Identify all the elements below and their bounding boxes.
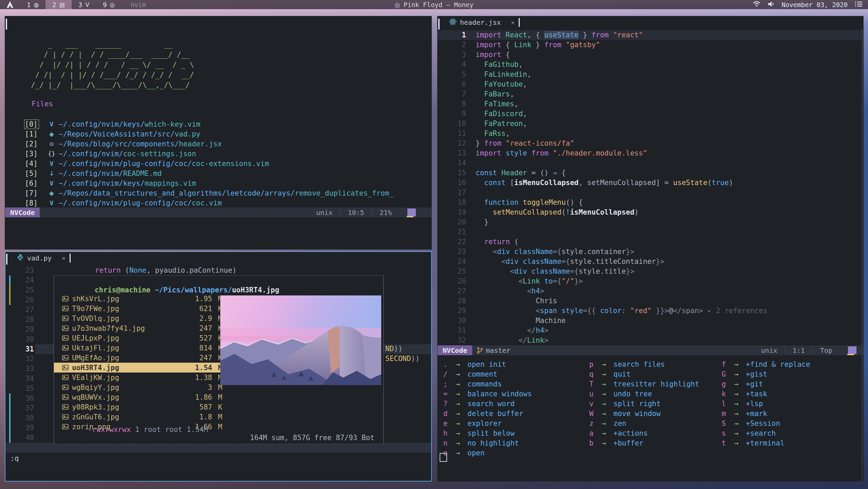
- fm-file-row[interactable]: y08Rpk3.jpg 587 K: [54, 402, 222, 412]
- whichkey-item[interactable]: W → move window: [586, 409, 699, 418]
- whichkey-item[interactable]: S → +Session: [719, 418, 810, 428]
- command-line-cursor[interactable]: [440, 453, 447, 462]
- fm-file-row[interactable]: uoH3RT4.jpg 1.54 M: [54, 363, 222, 373]
- workspace-button[interactable]: 9 ◎: [96, 0, 122, 9]
- whichkey-item[interactable]: a → +actions: [586, 428, 699, 438]
- code-line[interactable]: 31 </h4>: [438, 326, 863, 336]
- startify-entry[interactable]: [0] V ~/.config/nvim/keys/ which-key.vim: [5, 119, 431, 129]
- code-line[interactable]: 21: [438, 227, 863, 237]
- menu-icon[interactable]: [854, 1, 863, 9]
- whichkey-item[interactable]: u → undo tree: [586, 389, 699, 399]
- code-line[interactable]: 7 FaBars,: [438, 89, 863, 99]
- scrollbar[interactable]: [862, 29, 863, 481]
- whichkey-item[interactable]: d → delete buffer: [440, 409, 532, 418]
- fm-directory: ~/Pics/wallpapers/: [155, 286, 232, 294]
- startify-entry[interactable]: [6] V ~/.config/nvim/keys/ mappings.vim: [5, 178, 431, 188]
- code-line[interactable]: 18 function toggleMenu() {: [438, 198, 863, 207]
- code-line[interactable]: 26 <Link to={"/"}>: [438, 276, 863, 286]
- code-line[interactable]: 28 Chris: [438, 296, 863, 306]
- code-line[interactable]: 32 </Link>: [438, 336, 863, 345]
- whichkey-item[interactable]: e → explorer: [440, 418, 532, 428]
- whichkey-item[interactable]: / → comment: [440, 369, 532, 379]
- code-line[interactable]: 11 FaRss,: [438, 129, 863, 139]
- tab-label[interactable]: vad.py: [27, 254, 52, 262]
- code-line[interactable]: 17: [438, 188, 863, 198]
- startify-entry[interactable]: [2] ⊛ ~/Repos/blog/src/components/ heade…: [5, 139, 431, 149]
- fm-file-row[interactable]: T9o7FWe.jpg 621 K: [54, 304, 222, 313]
- code-line[interactable]: 19 setMenuCollapsed(!isMenuCollapsed): [438, 207, 863, 217]
- startify-entry[interactable]: [3] {} ~/.config/nvim/ coc-settings.json: [5, 149, 431, 159]
- startify-entry[interactable]: [7] ◆ ~/Repos/data_structures_and_algori…: [5, 188, 431, 198]
- code-line[interactable]: 4 FaGithub,: [438, 60, 863, 70]
- fm-file-row[interactable]: UMgEfAo.jpg 247 K: [54, 353, 222, 363]
- code-line[interactable]: 6 FaYoutube,: [438, 79, 863, 89]
- whichkey-item[interactable]: ; → commands: [440, 379, 532, 389]
- code-line[interactable]: 27 <h4>: [438, 286, 863, 296]
- tab-close-icon[interactable]: ✕: [511, 19, 514, 26]
- code-line[interactable]: 25 <div className={style.title}>: [438, 267, 863, 276]
- whichkey-item[interactable]: f → +find & replace: [719, 359, 810, 369]
- code-line[interactable]: 23 return (None, pyaudio.paContinue): [5, 266, 431, 275]
- whichkey-item[interactable]: z → zen: [586, 418, 699, 428]
- startify-entry[interactable]: [8] V ~/.config/nvim/plug-config/coc/ co…: [5, 198, 431, 208]
- code-line[interactable]: 1 import React, { useState } from "react…: [438, 30, 863, 40]
- code-line[interactable]: 29 <span style={{ color: "red" }}>@</spa…: [438, 306, 863, 316]
- whichkey-item[interactable]: t → +terminal: [719, 438, 810, 448]
- whichkey-item[interactable]: b → +buffer: [586, 438, 699, 448]
- whichkey-item[interactable]: ? → search word: [440, 399, 532, 409]
- startify-entry[interactable]: [1] ◆ ~/Repos/VoiceAssistant/src/ vad.py: [5, 129, 431, 139]
- whichkey-item[interactable]: p → search files: [586, 359, 699, 369]
- whichkey-item[interactable]: m → +mark: [719, 409, 810, 418]
- whichkey-item[interactable]: l → +lsp: [719, 399, 810, 409]
- whichkey-item[interactable]: T → treesitter highlight: [586, 379, 699, 389]
- statusline-startify: NVCode unix 10:5 21%: [5, 207, 431, 217]
- workspace-button[interactable]: 2 ▤: [45, 0, 72, 9]
- whichkey-item[interactable]: = → balance windows: [440, 389, 532, 399]
- code-line[interactable]: 14: [438, 158, 863, 168]
- code-line[interactable]: 12 } from "react-icons/fa": [438, 139, 863, 148]
- fm-file-row[interactable]: TvOVDlq.jpg 2.9 M: [54, 313, 222, 323]
- image-file-icon: [62, 365, 69, 370]
- fm-file-row[interactable]: wgBqiyY.jpg 3 M: [54, 382, 222, 392]
- whichkey-item[interactable]: G → +gist: [719, 369, 810, 379]
- whichkey-item[interactable]: h → split below: [440, 428, 532, 438]
- whichkey-item[interactable]: s → +search: [719, 428, 810, 438]
- workspace-button[interactable]: 3 V: [72, 0, 96, 9]
- code-line[interactable]: 2 import { Link } from "gatsby": [438, 40, 863, 50]
- code-line[interactable]: 23 <div className={style.container}>: [438, 247, 863, 257]
- fm-file-row[interactable]: VEaljKW.jpg 1.38 M: [54, 373, 222, 382]
- whichkey-item[interactable]: k → +task: [719, 389, 810, 399]
- filetype-icon: {}: [47, 150, 56, 157]
- fm-file-row[interactable]: wqBUWVx.jpg 1.86 M: [54, 392, 222, 402]
- whichkey-item[interactable]: q → quit: [586, 369, 699, 379]
- fm-file-row[interactable]: shKsVrL.jpg 1.95 M: [54, 294, 222, 304]
- code-line[interactable]: 15 const Header = () ⇒ {: [438, 168, 863, 178]
- code-line[interactable]: 10 FaPatreon,: [438, 119, 863, 129]
- whichkey-item[interactable]: v → split right: [586, 399, 699, 409]
- code-line[interactable]: 20 }: [438, 217, 863, 227]
- code-line[interactable]: 22 return (: [438, 237, 863, 247]
- code-line[interactable]: 9 FaDiscord,: [438, 109, 863, 119]
- tab-close-icon[interactable]: ✕: [62, 255, 65, 261]
- whichkey-item[interactable]: o → open: [440, 448, 532, 458]
- arrow-icon: →: [729, 380, 744, 388]
- code-line[interactable]: 30 Machine: [438, 316, 863, 326]
- workspace-button[interactable]: 1 ◍: [20, 0, 45, 9]
- whichkey-item[interactable]: . → open init: [440, 359, 532, 369]
- whichkey-item[interactable]: n → no highlight: [440, 438, 532, 448]
- fm-file-row[interactable]: UktajFl.jpg 814 K: [54, 343, 222, 353]
- fm-file-row[interactable]: UEJLpxP.jpg 527 K: [54, 333, 222, 343]
- whichkey-item[interactable]: g → +git: [719, 379, 810, 389]
- code-line[interactable]: 16 const [isMenuCollapsed, setMenuCollap…: [438, 178, 863, 188]
- tab-label[interactable]: header.jsx: [460, 18, 501, 26]
- fm-status-right: 164M sum, 857G free 87/93 Bot: [250, 434, 374, 442]
- code-line[interactable]: 3 import {: [438, 50, 863, 60]
- startify-entry[interactable]: [4] V ~/.config/nvim/plug-config/coc/ co…: [5, 159, 431, 168]
- code-line[interactable]: 24 <div className={style.titleContainer}…: [438, 257, 863, 267]
- startify-entry[interactable]: [5] ↓ ~/.config/nvim/ README.md: [5, 168, 431, 178]
- fm-file-row[interactable]: u7o3nwab7fy41.jpg 247 K: [54, 323, 222, 333]
- code-line[interactable]: 5 FaLinkedin,: [438, 70, 863, 79]
- code-line[interactable]: 13 import style from "./header.module.le…: [438, 148, 863, 158]
- code-line[interactable]: 8 FaTimes,: [438, 99, 863, 109]
- command-line[interactable]: :q: [10, 454, 19, 463]
